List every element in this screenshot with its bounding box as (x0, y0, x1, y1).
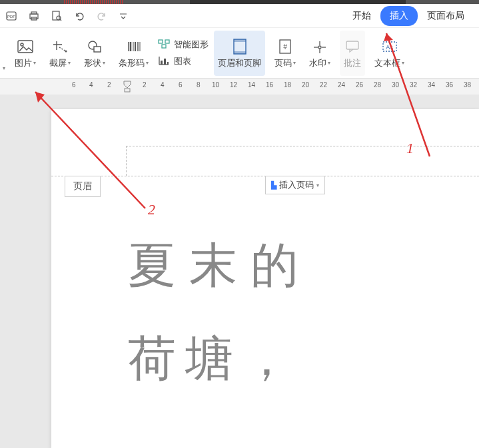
ruler-tick: 4 (161, 81, 165, 89)
smartart-chart-group: 智能图形 图表 (158, 39, 209, 68)
ruler-tick: 20 (302, 81, 309, 89)
redo-icon[interactable] (96, 10, 108, 22)
tab-insert[interactable]: 插入 (380, 6, 418, 26)
ruler-tick: 16 (266, 81, 273, 89)
customize-quickbar-icon[interactable] (119, 11, 128, 21)
quick-access-left: PDF (5, 10, 128, 22)
header-footer-button[interactable]: 页眉和页脚 (214, 31, 265, 76)
ruler-tick: 2 (143, 81, 147, 89)
comment-button[interactable]: 批注 (340, 31, 365, 76)
export-pdf-icon[interactable]: PDF (5, 10, 17, 22)
header-boundary-top (126, 146, 479, 146)
ruler-tick: 32 (410, 81, 417, 89)
ruler-indent-marker[interactable] (123, 80, 132, 95)
chart-icon (158, 55, 170, 68)
barcode-button[interactable]: 条形码▾ (115, 31, 153, 76)
watermark-button[interactable]: 水印▾ (305, 31, 334, 76)
annotation-number-2: 2 (148, 201, 155, 218)
screenshot-button[interactable]: 截屏▾ (45, 31, 75, 76)
svg-point-10 (21, 43, 23, 46)
chevron-down-icon: ▾ (402, 60, 404, 66)
chevron-down-icon: ▾ (68, 60, 71, 66)
svg-rect-21 (165, 40, 169, 43)
page-number-label: 页码 (274, 57, 292, 69)
screenshot-icon (51, 37, 69, 56)
ribbon-left-more-icon[interactable]: ▾ (3, 65, 5, 71)
comment-icon (344, 37, 360, 56)
shape-icon (86, 37, 103, 56)
ruler-tick: 28 (374, 81, 381, 89)
header-tag[interactable]: 页眉 (65, 176, 101, 197)
ribbon-insert: ▾ 图片▾ 截屏▾ 形状▾ 条形码▾ 智能图形 (0, 28, 479, 79)
svg-rect-27 (167, 62, 169, 65)
ruler-tick: 34 (428, 81, 435, 89)
svg-rect-25 (161, 61, 163, 65)
ruler-tick: 10 (212, 81, 219, 89)
smartart-label: 智能图形 (174, 39, 209, 51)
smartart-button[interactable]: 智能图形 (158, 39, 209, 51)
chart-button[interactable]: 图表 (158, 55, 209, 68)
page-number-small-icon: ▙ (271, 181, 276, 190)
ruler-tick: 22 (320, 81, 327, 89)
chevron-down-icon: ▾ (146, 60, 149, 66)
textbox-button[interactable]: A= 文本框▾ (370, 31, 408, 76)
screenshot-label: 截屏 (49, 57, 67, 69)
chevron-down-icon: ▾ (316, 182, 319, 188)
svg-rect-41 (125, 89, 130, 92)
ruler-tick: 26 (356, 81, 363, 89)
document-body-line2[interactable]: 荷塘， (128, 321, 300, 397)
insert-page-number-button[interactable]: ▙ 插入页码 ▾ (265, 176, 325, 194)
barcode-label: 条形码 (119, 57, 145, 69)
svg-rect-3 (31, 12, 37, 14)
chevron-down-icon: ▾ (293, 60, 296, 66)
header-boundary-left (126, 146, 127, 176)
undo-icon[interactable] (73, 10, 85, 22)
main-tabs: 开始 插入 页面布局 (343, 6, 474, 26)
ruler-tick: 12 (230, 81, 237, 89)
svg-line-7 (60, 19, 61, 21)
insert-page-number-label: 插入页码 (279, 179, 314, 191)
ruler-tick: 6 (72, 81, 76, 89)
comment-label: 批注 (344, 57, 361, 69)
horizontal-ruler[interactable]: 6 4 2 2 4 6 8 10 12 14 16 18 20 22 24 26… (0, 79, 479, 95)
svg-rect-26 (164, 59, 166, 65)
watermark-icon (312, 37, 328, 56)
ruler-tick: 24 (338, 81, 345, 89)
shape-button[interactable]: 形状▾ (80, 31, 109, 76)
chevron-down-icon: ▾ (33, 60, 36, 66)
page-number-icon: # (278, 37, 292, 56)
print-icon[interactable] (28, 10, 40, 22)
quick-access-bar: PDF 开始 插入 页面布局 (0, 4, 479, 28)
ruler-tick: 8 (197, 81, 201, 89)
chart-label: 图表 (174, 55, 191, 67)
ruler-tick: 30 (392, 81, 399, 89)
document-body-line1[interactable]: 夏末的 (128, 228, 312, 304)
tab-layout[interactable]: 页面布局 (418, 6, 474, 26)
svg-rect-30 (234, 51, 246, 54)
ruler-tick: 2 (107, 81, 111, 89)
chevron-down-icon: ▾ (328, 60, 330, 66)
svg-rect-20 (159, 40, 163, 43)
annotation-number-1: 1 (406, 140, 414, 157)
page-number-button[interactable]: # 页码▾ (270, 31, 300, 76)
svg-rect-29 (234, 39, 246, 42)
picture-button[interactable]: 图片▾ (11, 31, 40, 76)
svg-text:PDF: PDF (7, 15, 15, 19)
titlebar-tab-right (406, 0, 479, 4)
ruler-tick: 4 (89, 81, 93, 89)
tab-start[interactable]: 开始 (343, 6, 380, 26)
svg-rect-22 (162, 45, 166, 48)
header-footer-icon (231, 37, 248, 56)
ruler-tick: 6 (179, 81, 183, 89)
svg-point-11 (65, 50, 67, 52)
svg-rect-38 (346, 41, 358, 49)
ruler-tick: 36 (446, 81, 453, 89)
smartart-icon (158, 39, 170, 51)
print-preview-icon[interactable] (51, 10, 63, 22)
titlebar (0, 0, 479, 4)
titlebar-underline (64, 0, 123, 4)
svg-text:A=: A= (386, 44, 393, 51)
svg-point-37 (318, 46, 321, 49)
textbox-icon: A= (381, 37, 398, 56)
barcode-icon (125, 37, 143, 56)
